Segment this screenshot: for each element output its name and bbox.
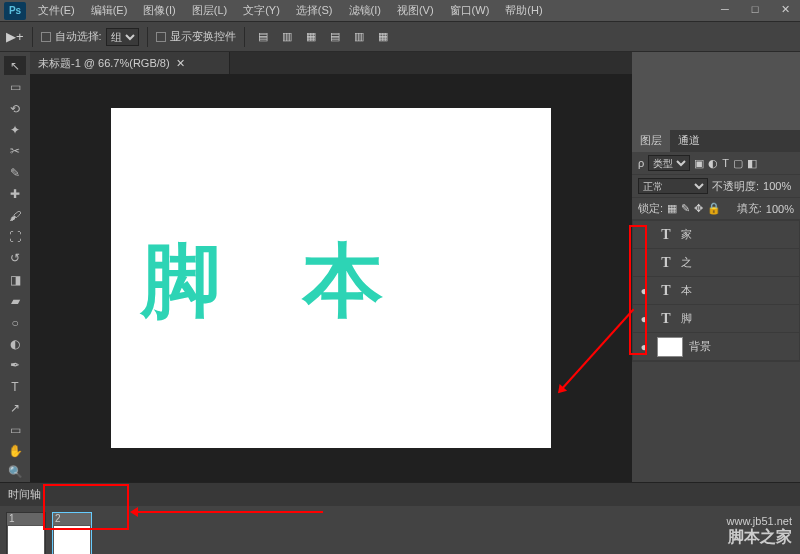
frame-thumbnail bbox=[8, 526, 44, 554]
type-layer-icon: T bbox=[657, 255, 675, 271]
filter-pixel-icon[interactable]: ▣ bbox=[694, 157, 704, 170]
marquee-tool[interactable]: ▭ bbox=[4, 77, 26, 96]
fill-value[interactable]: 100% bbox=[766, 203, 794, 215]
type-tool[interactable]: T bbox=[4, 377, 26, 396]
heal-tool[interactable]: ✚ bbox=[4, 184, 26, 203]
minimize-button[interactable]: ─ bbox=[710, 0, 740, 18]
fill-label: 填充: bbox=[737, 201, 762, 216]
opacity-value[interactable]: 100% bbox=[763, 180, 791, 192]
annotation-box-frames bbox=[43, 484, 129, 530]
lock-pixel-icon[interactable]: ✎ bbox=[681, 202, 690, 215]
menu-bar: Ps 文件(E) 编辑(E) 图像(I) 图层(L) 文字(Y) 选择(S) 滤… bbox=[0, 0, 800, 22]
path-tool[interactable]: ↗ bbox=[4, 399, 26, 418]
app-icon: Ps bbox=[4, 2, 26, 20]
lock-all-icon[interactable]: 🔒 bbox=[707, 202, 721, 215]
toolbox: ↖ ▭ ⟲ ✦ ✂ ✎ ✚ 🖌 ⛶ ↺ ◨ ▰ ○ ◐ ✒ T ↗ ▭ ✋ 🔍 bbox=[0, 52, 30, 482]
layer-row[interactable]: ●T本 bbox=[633, 277, 799, 305]
frame-thumbnail bbox=[54, 526, 90, 554]
layer-row[interactable]: T之 bbox=[633, 249, 799, 277]
layers-panel: 图层 通道 ρ类型 ▣ ◐ T ▢ ◧ 正常 不透明度: 100% 锁定: ▦ … bbox=[632, 130, 800, 482]
dodge-tool[interactable]: ◐ bbox=[4, 334, 26, 353]
menu-select[interactable]: 选择(S) bbox=[288, 3, 341, 18]
layer-name: 脚 bbox=[681, 311, 692, 326]
show-transform-label: 显示变换控件 bbox=[170, 29, 236, 44]
align-bottom-icon[interactable]: ▦ bbox=[301, 27, 321, 47]
align-top-icon[interactable]: ▤ bbox=[253, 27, 273, 47]
layer-name: 家 bbox=[681, 227, 692, 242]
annotation-arrow-frames bbox=[133, 511, 323, 513]
layer-row[interactable]: ●背景 bbox=[633, 333, 799, 361]
lock-label: 锁定: bbox=[638, 201, 663, 216]
eraser-tool[interactable]: ◨ bbox=[4, 270, 26, 289]
tab-close-icon[interactable]: ✕ bbox=[176, 57, 185, 70]
annotation-box-visibility bbox=[629, 225, 647, 355]
watermark-url: www.jb51.net bbox=[727, 515, 792, 527]
auto-select-label: 自动选择: bbox=[55, 29, 102, 44]
history-brush-tool[interactable]: ↺ bbox=[4, 249, 26, 268]
opacity-label: 不透明度: bbox=[712, 179, 759, 194]
show-transform-checkbox[interactable] bbox=[156, 32, 166, 42]
tab-channels[interactable]: 通道 bbox=[670, 130, 708, 152]
close-button[interactable]: ✕ bbox=[770, 0, 800, 18]
layer-kind-dropdown[interactable]: 类型 bbox=[648, 155, 690, 171]
type-layer-icon: T bbox=[657, 283, 675, 299]
eyedropper-tool[interactable]: ✎ bbox=[4, 163, 26, 182]
pen-tool[interactable]: ✒ bbox=[4, 356, 26, 375]
auto-select-checkbox[interactable] bbox=[41, 32, 51, 42]
stamp-tool[interactable]: ⛶ bbox=[4, 227, 26, 246]
shape-tool[interactable]: ▭ bbox=[4, 420, 26, 439]
brush-tool[interactable]: 🖌 bbox=[4, 206, 26, 225]
menu-view[interactable]: 视图(V) bbox=[389, 3, 442, 18]
maximize-button[interactable]: □ bbox=[740, 0, 770, 18]
menu-file[interactable]: 文件(E) bbox=[30, 3, 83, 18]
align-hmid-icon[interactable]: ▥ bbox=[349, 27, 369, 47]
menu-filter[interactable]: 滤镜(I) bbox=[341, 3, 389, 18]
lock-trans-icon[interactable]: ▦ bbox=[667, 202, 677, 215]
filter-smart-icon[interactable]: ◧ bbox=[747, 157, 757, 170]
blur-tool[interactable]: ○ bbox=[4, 313, 26, 332]
blend-mode-dropdown[interactable]: 正常 bbox=[638, 178, 708, 194]
filter-shape-icon[interactable]: ▢ bbox=[733, 157, 743, 170]
type-layer-icon: T bbox=[657, 227, 675, 243]
layer-name: 本 bbox=[681, 283, 692, 298]
align-left-icon[interactable]: ▤ bbox=[325, 27, 345, 47]
menu-layer[interactable]: 图层(L) bbox=[184, 3, 235, 18]
watermark: www.jb51.net 脚本之家 bbox=[727, 515, 792, 548]
document-title: 未标题-1 @ 66.7%(RGB/8) bbox=[38, 56, 170, 71]
watermark-text: 脚本之家 bbox=[727, 527, 792, 548]
auto-select-dropdown[interactable]: 组 bbox=[106, 28, 139, 46]
tab-layers[interactable]: 图层 bbox=[632, 130, 670, 152]
menu-type[interactable]: 文字(Y) bbox=[235, 3, 288, 18]
wand-tool[interactable]: ✦ bbox=[4, 120, 26, 139]
canvas[interactable]: 脚 本 bbox=[111, 108, 551, 448]
zoom-tool[interactable]: 🔍 bbox=[4, 463, 26, 482]
layer-thumbnail bbox=[657, 337, 683, 357]
canvas-area[interactable]: 脚 本 bbox=[30, 74, 632, 482]
gradient-tool[interactable]: ▰ bbox=[4, 291, 26, 310]
menu-image[interactable]: 图像(I) bbox=[135, 3, 183, 18]
hand-tool[interactable]: ✋ bbox=[4, 441, 26, 460]
layer-name: 背景 bbox=[689, 339, 711, 354]
layer-name: 之 bbox=[681, 255, 692, 270]
filter-adjust-icon[interactable]: ◐ bbox=[708, 157, 718, 170]
crop-tool[interactable]: ✂ bbox=[4, 142, 26, 161]
menu-edit[interactable]: 编辑(E) bbox=[83, 3, 136, 18]
move-tool-icon: ▶+ bbox=[6, 29, 24, 44]
align-vmid-icon[interactable]: ▥ bbox=[277, 27, 297, 47]
menu-help[interactable]: 帮助(H) bbox=[497, 3, 550, 18]
options-bar: ▶+ 自动选择: 组 显示变换控件 ▤ ▥ ▦ ▤ ▥ ▦ bbox=[0, 22, 800, 52]
lasso-tool[interactable]: ⟲ bbox=[4, 99, 26, 118]
document-tab[interactable]: 未标题-1 @ 66.7%(RGB/8) ✕ bbox=[30, 52, 230, 74]
frame-number: 1 bbox=[7, 513, 45, 525]
align-right-icon[interactable]: ▦ bbox=[373, 27, 393, 47]
move-tool[interactable]: ↖ bbox=[4, 56, 26, 75]
menu-window[interactable]: 窗口(W) bbox=[442, 3, 498, 18]
timeline-frame[interactable]: 10 秒▼ bbox=[6, 512, 46, 554]
layer-row[interactable]: ●T脚 bbox=[633, 305, 799, 333]
lock-pos-icon[interactable]: ✥ bbox=[694, 202, 703, 215]
layer-row[interactable]: T家 bbox=[633, 221, 799, 249]
canvas-text: 脚 本 bbox=[141, 228, 413, 336]
filter-type-icon[interactable]: T bbox=[722, 157, 729, 169]
type-layer-icon: T bbox=[657, 311, 675, 327]
